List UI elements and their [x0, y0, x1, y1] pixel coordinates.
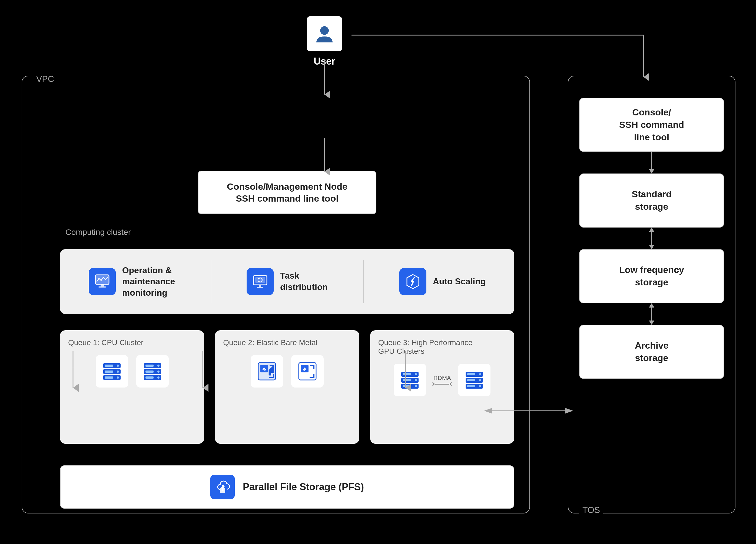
- bare-metal-icon: [256, 360, 278, 382]
- svg-rect-20: [105, 370, 113, 373]
- ops-task-label: Taskdistribution: [280, 270, 328, 293]
- svg-rect-4: [98, 286, 106, 287]
- svg-point-55: [479, 385, 481, 387]
- tos-standard-label: Standard storage: [632, 188, 671, 213]
- console-mgmt-box: Console/Management Node SSH command line…: [198, 171, 376, 214]
- svg-rect-21: [105, 376, 113, 379]
- user-label: User: [297, 56, 352, 67]
- ops-scaling-label: Auto Scaling: [433, 276, 486, 287]
- svg-rect-30: [145, 376, 154, 379]
- svg-rect-19: [105, 364, 113, 367]
- svg-point-17: [117, 370, 119, 373]
- queue-2-box: Queue 2: Elastic Bare Metal: [215, 330, 359, 444]
- vpc-label: VPC: [33, 74, 57, 84]
- computing-cluster-label: Computing cluster: [65, 228, 131, 237]
- bare-metal-icon-2b: [291, 355, 324, 387]
- ops-item-scaling: Auto Scaling: [399, 268, 486, 295]
- console-mgmt-text: Console/Management Node SSH command line…: [227, 181, 347, 204]
- pfs-box: Parallel File Storage (PFS): [60, 465, 514, 509]
- svg-rect-7: [259, 285, 261, 287]
- queue-2-label: Queue 2: Elastic Bare Metal: [223, 338, 351, 347]
- svg-point-26: [157, 370, 160, 373]
- monitoring-icon: [94, 273, 110, 290]
- svg-point-0: [320, 26, 329, 35]
- svg-rect-57: [467, 379, 475, 381]
- ops-monitoring-label: Operation &maintenancemonitoring: [122, 265, 175, 298]
- server-icon-1b: [136, 355, 169, 387]
- ops-divider-1: [211, 260, 211, 303]
- svg-rect-28: [145, 364, 154, 367]
- svg-rect-56: [467, 373, 475, 375]
- server-icon-1a: [96, 355, 128, 387]
- queue-2-icons: [223, 355, 351, 387]
- diagram-container: User VPC Console/Management Node SSH com…: [0, 0, 756, 544]
- queue-3-label: Queue 3: High PerformanceGPU Clusters: [378, 338, 506, 356]
- ops-row: Operation &maintenancemonitoring: [60, 249, 514, 314]
- queue-1-icons: [68, 355, 196, 387]
- svg-point-16: [117, 364, 119, 367]
- pfs-icon: [210, 475, 235, 499]
- gpu-server-icon-3b: [458, 364, 490, 396]
- rdma-label: RDMA: [432, 374, 453, 381]
- tos-container: TOS Console/ SSH command line tool Stand…: [568, 76, 735, 513]
- queue-1-label: Queue 1: CPU Cluster: [68, 338, 196, 347]
- tos-archive-label: Archive storage: [635, 339, 669, 364]
- queue-3-icons: RDMA: [378, 364, 506, 396]
- server-icon: [142, 360, 163, 382]
- svg-point-46: [415, 385, 417, 387]
- task-distribution-icon: [252, 273, 268, 290]
- ops-item-monitoring: Operation &maintenancemonitoring: [89, 265, 175, 298]
- svg-point-44: [415, 373, 417, 375]
- gpu-server-icon-3a: [394, 364, 426, 396]
- svg-rect-58: [467, 385, 475, 387]
- pfs-cloud-icon: [215, 479, 230, 495]
- ops-divider-2: [363, 260, 364, 303]
- svg-point-54: [479, 379, 481, 381]
- svg-point-27: [157, 376, 160, 379]
- queues-row: Queue 1: CPU Cluster: [60, 330, 514, 444]
- bare-metal-icon-2a: [251, 355, 283, 387]
- tos-archive-box: Archive storage: [579, 325, 724, 379]
- svg-point-53: [479, 373, 481, 375]
- gpu-server-icon: [399, 369, 421, 391]
- pfs-label: Parallel File Storage (PFS): [243, 481, 364, 493]
- tos-console-label: Console/ SSH command line tool: [619, 106, 684, 144]
- svg-rect-48: [403, 379, 411, 381]
- gpu-server-icon: [463, 369, 485, 391]
- auto-scaling-icon: [405, 273, 421, 290]
- server-icon: [101, 360, 123, 382]
- svg-rect-47: [403, 373, 411, 375]
- queue-1-box: Queue 1: CPU Cluster: [60, 330, 204, 444]
- tos-standard-box: Standard storage: [579, 174, 724, 228]
- tos-lowfreq-box: Low frequency storage: [579, 249, 724, 303]
- ops-item-task: Taskdistribution: [247, 268, 328, 295]
- svg-point-25: [157, 364, 160, 367]
- svg-point-45: [415, 379, 417, 381]
- bare-metal-icon: [297, 360, 318, 382]
- user-icon: [307, 16, 342, 51]
- user-avatar-icon: [314, 23, 335, 45]
- svg-rect-3: [101, 284, 104, 286]
- queue-3-box: Queue 3: High PerformanceGPU Clusters: [370, 330, 514, 444]
- svg-point-18: [117, 376, 119, 379]
- tos-console-box: Console/ SSH command line tool: [579, 98, 724, 152]
- task-icon-box: [247, 268, 274, 295]
- vpc-container: VPC Console/Management Node SSH command …: [22, 76, 530, 513]
- tos-label: TOS: [579, 505, 603, 515]
- svg-rect-49: [403, 385, 411, 387]
- svg-rect-8: [257, 287, 263, 288]
- monitoring-icon-box: [89, 268, 116, 295]
- svg-rect-29: [145, 370, 154, 373]
- scaling-icon-box: [399, 268, 426, 295]
- user-node: User: [297, 16, 352, 67]
- tos-lowfreq-label: Low frequency storage: [619, 264, 684, 288]
